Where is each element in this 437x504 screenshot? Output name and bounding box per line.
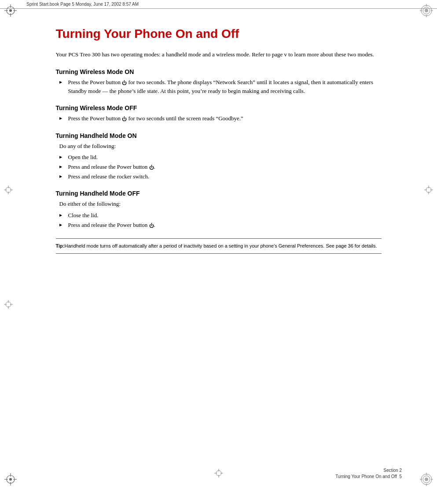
section-wireless-off: Turning Wireless Mode OFF Press the Powe… xyxy=(56,104,382,123)
bullet-list-handheld-on: Open the lid. Press and release the Powe… xyxy=(59,153,382,181)
header-text: Sprint Start.book Page 5 Monday, June 17… xyxy=(26,2,139,7)
tip-box: Tip:Handheld mode turns off automaticall… xyxy=(56,238,382,254)
svg-point-26 xyxy=(6,187,11,193)
bottom-center-mark xyxy=(214,468,224,480)
side-mark-right-mid xyxy=(424,185,433,196)
power-icon-1: ⏻ xyxy=(122,79,127,87)
tip-label: Tip: xyxy=(56,243,65,248)
bullet-item: Press and release the Power button ⏻. xyxy=(59,163,382,171)
bullet-item: Open the lid. xyxy=(59,153,382,162)
power-icon-4: ⏻ xyxy=(149,222,154,230)
section-wireless-on: Turning Wireless Mode ON Press the Power… xyxy=(56,68,382,96)
power-icon-2: ⏻ xyxy=(122,115,127,123)
page-title: Turning Your Phone On and Off xyxy=(56,26,382,41)
section-handheld-off: Turning Handheld Mode OFF Do either of t… xyxy=(56,190,382,230)
section-heading-handheld-off: Turning Handheld Mode OFF xyxy=(56,190,382,197)
svg-point-20 xyxy=(423,476,430,483)
bullet-item: Press the Power button ⏻ for two seconds… xyxy=(59,114,382,123)
svg-point-21 xyxy=(425,478,428,481)
tip-body: Handheld mode turns off automatically af… xyxy=(64,243,377,248)
svg-point-36 xyxy=(6,302,11,307)
corner-mark-bottom-left xyxy=(4,472,18,486)
bullet-list-handheld-off: Close the lid. Press and release the Pow… xyxy=(59,211,382,230)
intro-paragraph: Your PCS Treo 300 has two operating mode… xyxy=(56,50,382,59)
section-heading-wireless-off: Turning Wireless Mode OFF xyxy=(56,104,382,111)
side-mark-left-low xyxy=(4,300,13,311)
handheld-on-subtext: Do any of the following: xyxy=(59,142,382,151)
section-heading-handheld-on: Turning Handheld Mode ON xyxy=(56,132,382,139)
page-container: Sprint Start.book Page 5 Monday, June 17… xyxy=(0,0,437,504)
svg-point-5 xyxy=(9,9,12,12)
handheld-off-subtext: Do either of the following: xyxy=(59,200,382,208)
bullet-item: Press and release the rocker switch. xyxy=(59,172,382,181)
svg-point-13 xyxy=(7,475,15,483)
side-mark-left-mid xyxy=(4,185,13,196)
page-footer: Section 2 Turning Your Phone On and Off … xyxy=(335,467,402,480)
bullet-list-wireless-on: Press the Power button ⏻ for two seconds… xyxy=(59,78,382,96)
section-handheld-on: Turning Handheld Mode ON Do any of the f… xyxy=(56,132,382,182)
bullet-list-wireless-off: Press the Power button ⏻ for two seconds… xyxy=(59,114,382,123)
svg-point-41 xyxy=(216,471,221,476)
svg-point-31 xyxy=(426,187,431,193)
tip-text: Tip:Handheld mode turns off automaticall… xyxy=(56,242,382,250)
power-icon-3: ⏻ xyxy=(149,164,154,171)
svg-point-8 xyxy=(425,9,428,12)
bullet-item: Press and release the Power button ⏻. xyxy=(59,221,382,230)
main-content: Turning Your Phone On and Off Your PCS T… xyxy=(21,9,417,280)
bullet-item: Close the lid. xyxy=(59,211,382,220)
corner-mark-bottom-right xyxy=(419,472,433,486)
header-bar: Sprint Start.book Page 5 Monday, June 17… xyxy=(0,0,437,9)
svg-point-18 xyxy=(9,478,12,481)
section-heading-wireless-on: Turning Wireless Mode ON xyxy=(56,68,382,75)
svg-point-19 xyxy=(421,474,432,485)
footer-section-label: Section 2 xyxy=(335,467,402,474)
bullet-item: Press the Power button ⏻ for two seconds… xyxy=(59,78,382,96)
footer-page-title: Turning Your Phone On and Off 5 xyxy=(335,474,402,480)
